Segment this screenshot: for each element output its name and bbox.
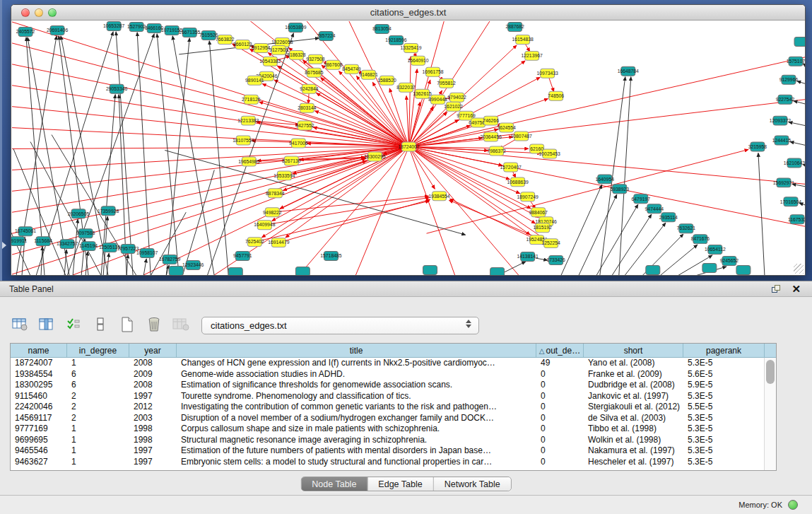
table-cell[interactable]: 9465546 — [11, 445, 67, 457]
graph-node[interactable]: 9127503 — [269, 45, 288, 54]
table-cell[interactable]: 0 — [536, 413, 584, 424]
graph-node[interactable]: 13342757 — [57, 240, 78, 249]
tab-edge-table[interactable]: Edge Table — [367, 477, 433, 491]
table-cell[interactable]: 1998 — [129, 435, 177, 446]
memory-status-indicator[interactable] — [788, 500, 798, 510]
edge[interactable] — [409, 102, 420, 146]
column-header-title[interactable]: title — [177, 344, 536, 357]
table-row[interactable]: 1830029562008Estimation of significance … — [11, 380, 776, 391]
graph-node[interactable]: 20206505 — [68, 209, 89, 218]
table-selector-dropdown[interactable]: citations_edges.txt — [201, 317, 479, 334]
graph-node[interactable]: 15718485 — [320, 252, 341, 261]
graph-node[interactable]: 8990448 — [428, 95, 447, 104]
table-cell[interactable]: Stergiakouli et al. (2012) — [584, 402, 683, 413]
table-cell[interactable]: 2 — [67, 402, 129, 413]
graph-node[interactable]: 10958107 — [136, 249, 158, 258]
edge[interactable] — [339, 71, 409, 147]
graph-node[interactable]: 7625402 — [245, 238, 264, 247]
graph-node[interactable]: 9242844 — [300, 84, 319, 93]
table-settings-icon[interactable] — [10, 315, 30, 334]
table-cell[interactable]: Jankovic et al. (1997) — [584, 391, 683, 402]
edge[interactable] — [619, 77, 631, 275]
graph-node[interactable]: 7986372 — [487, 146, 506, 156]
table-cell[interactable]: 1 — [67, 445, 129, 457]
graph-node[interactable]: 13325419 — [400, 43, 421, 52]
table-cell[interactable]: 1 — [67, 435, 129, 446]
edge[interactable] — [41, 247, 42, 275]
graph-node[interactable]: 2867608 — [324, 60, 343, 69]
graph-node[interactable]: 2405572 — [16, 27, 35, 36]
graph-node[interactable]: 8813054 — [372, 24, 392, 33]
graph-node[interactable]: 9890141 — [245, 76, 264, 85]
table-cell[interactable]: 0 — [536, 380, 584, 391]
graph-node[interactable]: 8675685 — [305, 68, 324, 77]
graph-node[interactable]: 8471676 — [691, 235, 710, 244]
edge[interactable] — [151, 212, 186, 275]
graph-node[interactable]: 9498222 — [263, 208, 282, 217]
graph-node[interactable]: 3624554 — [497, 123, 516, 132]
edge[interactable] — [254, 201, 429, 242]
graph-node[interactable]: 1815192 — [533, 223, 552, 233]
table-cell[interactable]: 6 — [67, 369, 129, 380]
column-header-out_de[interactable]: △out_de… — [536, 344, 584, 357]
table-cell[interactable]: 1 — [67, 358, 129, 369]
graph-node[interactable]: 18907249 — [517, 192, 539, 201]
graph-node[interactable]: 8660123 — [233, 40, 252, 49]
graph-node[interactable]: 10653287 — [103, 21, 124, 30]
graph-node[interactable]: 10973433 — [537, 69, 558, 78]
edge[interactable] — [596, 204, 638, 275]
graph-node[interactable]: 16210643 — [784, 158, 805, 168]
table-cell[interactable]: Franke et al. (2009) — [584, 369, 683, 380]
graph-node[interactable]: 17016504 — [780, 197, 801, 206]
tab-network-table[interactable]: Network Table — [434, 477, 511, 491]
table-cell[interactable]: Wolkin et al. (1998) — [584, 435, 683, 446]
graph-node[interactable]: 9457791 — [233, 252, 252, 261]
graph-node[interactable]: 3215958 — [748, 142, 767, 151]
table-row[interactable]: 969969511998Structural magnetic resonanc… — [11, 435, 776, 446]
table-cell[interactable]: Genome-wide association studies in ADHD. — [177, 369, 536, 380]
table-cell[interactable]: 5.5E-5 — [683, 402, 765, 413]
table-row[interactable]: 1872400712008Changes of HCN gene express… — [11, 358, 776, 369]
edge[interactable] — [12, 22, 409, 147]
graph-node[interactable]: 10025453 — [539, 149, 560, 158]
graph-node[interactable]: 10807487 — [511, 132, 532, 141]
graph-node[interactable]: 6479197 — [632, 194, 651, 204]
graph-node[interactable] — [702, 264, 717, 273]
table-cell[interactable]: Yano et al. (2008) — [584, 358, 683, 369]
edge[interactable] — [116, 32, 133, 275]
graph-node[interactable]: 10688639 — [507, 177, 529, 187]
table-cell[interactable]: 5.3E-5 — [683, 413, 765, 424]
import-table-icon[interactable] — [171, 315, 191, 334]
column-header-year[interactable]: year — [129, 344, 177, 357]
table-cell[interactable]: 22420046 — [11, 402, 67, 413]
network-window-titlebar[interactable]: citations_edges.txt — [11, 5, 805, 21]
graph-node[interactable]: 1640954 — [596, 175, 615, 184]
table-cell[interactable]: 1997 — [129, 445, 177, 457]
table-cell[interactable]: 5.3E-5 — [683, 435, 765, 446]
table-cell[interactable]: 2012 — [129, 402, 177, 413]
edge[interactable] — [315, 111, 409, 147]
graph-node[interactable]: 8267130 — [282, 156, 301, 165]
graph-node[interactable] — [423, 266, 437, 275]
graph-node[interactable]: 19654985 — [238, 157, 259, 166]
graph-node[interactable] — [169, 267, 183, 275]
table-cell[interactable]: Investigating the contribution of common… — [177, 402, 536, 413]
edge[interactable] — [758, 153, 765, 275]
edge[interactable] — [280, 147, 408, 209]
graph-node[interactable]: 18107554 — [233, 136, 254, 145]
table-cell[interactable]: 5.3E-5 — [683, 391, 765, 402]
graph-node[interactable]: 12923446 — [182, 261, 204, 270]
edge[interactable] — [166, 38, 189, 275]
graph-node[interactable]: 1244415 — [772, 136, 792, 145]
graph-node[interactable]: 1733426 — [546, 256, 565, 265]
edge[interactable] — [274, 80, 408, 146]
graph-node[interactable]: 1252254 — [541, 239, 560, 248]
window-resize-grip[interactable] — [794, 264, 804, 274]
edge[interactable] — [789, 122, 805, 128]
graph-node[interactable]: 1527902 — [127, 22, 146, 31]
graph-node[interactable]: 1115684 — [34, 237, 52, 246]
graph-node[interactable]: 10654112 — [705, 245, 726, 255]
delete-table-icon[interactable] — [144, 315, 164, 334]
edge[interactable] — [409, 147, 455, 275]
table-cell[interactable]: Estimation of the future numbers of pati… — [177, 445, 536, 457]
